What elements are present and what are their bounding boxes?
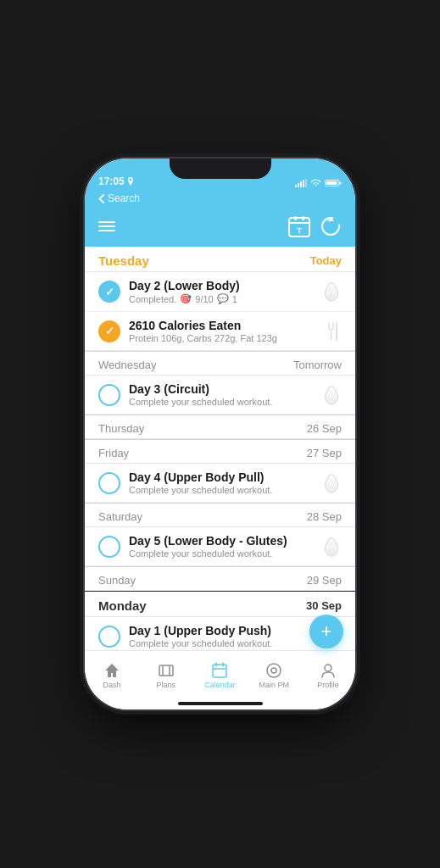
signal-icon bbox=[295, 179, 307, 187]
wifi-icon bbox=[310, 179, 321, 187]
day-name-saturday: Saturday bbox=[98, 510, 142, 523]
activity-info-wednesday-workout: Day 3 (Circuit) Complete your scheduled … bbox=[129, 382, 313, 407]
day-name-friday: Friday bbox=[98, 447, 129, 459]
status-time: 17:05 bbox=[98, 175, 134, 187]
tab-dash[interactable]: Dash bbox=[85, 662, 139, 689]
search-bar[interactable]: Search bbox=[85, 191, 355, 209]
kettlebell-icon-friday bbox=[321, 473, 342, 493]
checkbox-friday-workout[interactable] bbox=[98, 472, 120, 494]
refresh-icon[interactable] bbox=[320, 215, 342, 237]
comment-icon: 💬 bbox=[217, 293, 229, 304]
activity-info-tuesday-calories: 2610 Calories Eaten Protein 106g, Carbs … bbox=[129, 319, 316, 343]
back-label: Search bbox=[108, 192, 140, 204]
notch bbox=[170, 159, 271, 179]
day-header-friday: Friday 27 Sep bbox=[85, 440, 355, 464]
calendar-tab-icon bbox=[211, 662, 228, 679]
day-name-wednesday: Wednesday bbox=[98, 359, 156, 371]
day-name-thursday: Thursday bbox=[98, 422, 144, 435]
svg-rect-10 bbox=[302, 216, 304, 220]
day-label-sunday: 29 Sep bbox=[307, 574, 342, 587]
tab-profile-label: Profile bbox=[317, 681, 339, 689]
activity-title-saturday: Day 5 (Lower Body - Glutes) bbox=[129, 534, 313, 548]
tab-mainpm[interactable]: Main PM bbox=[247, 662, 301, 689]
day-label-thursday: 26 Sep bbox=[307, 422, 342, 435]
svg-rect-11 bbox=[289, 222, 309, 224]
day-header-sunday: Sunday 29 Sep bbox=[85, 567, 355, 591]
day-header-tuesday: Tuesday Today bbox=[85, 247, 355, 272]
location-icon bbox=[127, 177, 134, 186]
day-label-tuesday: Today bbox=[310, 254, 342, 267]
menu-button[interactable] bbox=[98, 221, 115, 231]
activity-title-tuesday-workout: Day 2 (Lower Body) bbox=[129, 279, 313, 292]
comment-count: 1 bbox=[232, 294, 237, 304]
svg-rect-6 bbox=[340, 182, 342, 185]
battery-icon bbox=[325, 179, 342, 187]
fab-label: + bbox=[321, 620, 332, 643]
svg-point-36 bbox=[267, 664, 281, 677]
day-name-monday: Monday bbox=[98, 598, 147, 613]
day-label-saturday: 28 Sep bbox=[307, 510, 342, 523]
checkmark-orange-icon: ✓ bbox=[105, 325, 114, 337]
activity-item-wednesday-workout[interactable]: Day 3 (Circuit) Complete your scheduled … bbox=[85, 376, 355, 415]
day-label-wednesday: Tomorrow bbox=[293, 359, 342, 371]
add-button[interactable]: + bbox=[309, 615, 343, 648]
activity-title-wednesday: Day 3 (Circuit) bbox=[129, 382, 313, 396]
svg-rect-3 bbox=[303, 180, 304, 187]
activity-item-friday-workout[interactable]: Day 4 (Upper Body Pull) Complete your sc… bbox=[85, 464, 355, 503]
svg-point-22 bbox=[327, 397, 336, 403]
activity-item-tuesday-workout[interactable]: ✓ Day 2 (Lower Body) Completed. 🎯 9/10 💬… bbox=[85, 272, 355, 312]
profile-icon bbox=[320, 662, 337, 679]
day-label-monday: 30 Sep bbox=[306, 599, 342, 612]
kettlebell-icon-tuesday-workout bbox=[321, 281, 342, 302]
svg-point-15 bbox=[327, 293, 336, 300]
phone-shell: 17:05 bbox=[85, 159, 355, 709]
tab-mainpm-label: Main PM bbox=[259, 681, 290, 689]
saturday-subtitle: Complete your scheduled workout. bbox=[129, 548, 272, 559]
activity-info-saturday-workout: Day 5 (Lower Body - Glutes) Complete you… bbox=[129, 534, 313, 559]
checkbox-tuesday-workout[interactable]: ✓ bbox=[98, 281, 120, 303]
activity-subtitle-saturday: Complete your scheduled workout. bbox=[129, 548, 313, 559]
svg-point-26 bbox=[327, 548, 336, 555]
time-display: 17:05 bbox=[98, 175, 125, 187]
tab-plans[interactable]: Plans bbox=[139, 662, 193, 689]
activity-title-friday: Day 4 (Upper Body Pull) bbox=[129, 470, 313, 484]
activity-subtitle-wednesday: Complete your scheduled workout. bbox=[129, 397, 313, 407]
svg-rect-32 bbox=[213, 665, 226, 677]
activity-subtitle-monday: Complete your scheduled workout. bbox=[129, 638, 313, 648]
activity-info-friday-workout: Day 4 (Upper Body Pull) Complete your sc… bbox=[129, 470, 313, 495]
friday-subtitle: Complete your scheduled workout. bbox=[129, 485, 272, 495]
activity-item-saturday-workout[interactable]: Day 5 (Lower Body - Glutes) Complete you… bbox=[85, 527, 355, 566]
tab-profile[interactable]: Profile bbox=[301, 662, 355, 689]
header-right: T bbox=[287, 214, 342, 238]
day-header-wednesday: Wednesday Tomorrow bbox=[85, 352, 355, 376]
checkbox-saturday-workout[interactable] bbox=[98, 536, 120, 558]
tab-calendar-label: Calendar bbox=[204, 681, 236, 689]
activity-subtitle-friday: Complete your scheduled workout. bbox=[129, 485, 313, 495]
activity-item-tuesday-calories[interactable]: ✓ 2610 Calories Eaten Protein 106g, Carb… bbox=[85, 312, 355, 351]
back-arrow-icon bbox=[98, 194, 104, 203]
activity-subtitle-tuesday-calories: Protein 106g, Carbs 272g, Fat 123g bbox=[129, 333, 316, 343]
fork-icon-tuesday bbox=[325, 321, 342, 342]
checkmark-icon: ✓ bbox=[105, 286, 114, 298]
svg-rect-2 bbox=[300, 181, 302, 187]
activity-info-tuesday-workout: Day 2 (Lower Body) Completed. 🎯 9/10 💬 1 bbox=[129, 279, 313, 304]
svg-rect-1 bbox=[298, 183, 299, 187]
tab-calendar[interactable]: Calendar bbox=[193, 662, 248, 689]
back-button[interactable]: Search bbox=[98, 192, 140, 204]
svg-rect-4 bbox=[305, 179, 307, 187]
status-icons bbox=[295, 179, 342, 187]
dash-icon bbox=[103, 662, 120, 679]
checkbox-wednesday-workout[interactable] bbox=[98, 384, 120, 406]
checkbox-monday-workout[interactable] bbox=[98, 626, 120, 648]
badge-icon: 🎯 bbox=[180, 293, 192, 304]
activity-info-monday-workout: Day 1 (Upper Body Push) Complete your sc… bbox=[129, 624, 313, 648]
tab-dash-label: Dash bbox=[103, 681, 120, 689]
checkbox-tuesday-calories[interactable]: ✓ bbox=[98, 320, 120, 342]
day-name-tuesday: Tuesday bbox=[98, 253, 149, 268]
app-header: T bbox=[85, 209, 355, 247]
mainpm-icon bbox=[265, 662, 282, 679]
svg-point-38 bbox=[325, 665, 331, 671]
calendar-icon[interactable]: T bbox=[287, 214, 311, 238]
svg-point-37 bbox=[271, 668, 276, 673]
svg-text:T: T bbox=[297, 226, 302, 235]
